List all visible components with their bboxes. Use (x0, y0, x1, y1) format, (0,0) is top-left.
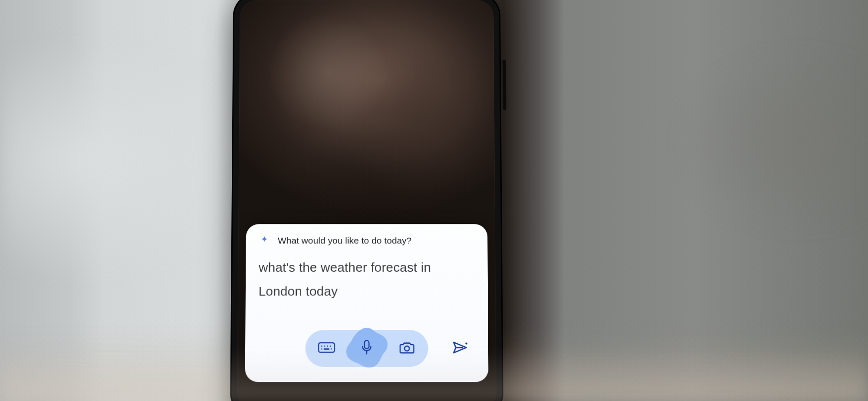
assistant-transcript: what's the weather forecast in London to… (259, 256, 475, 303)
svg-point-2 (324, 345, 325, 347)
phone-frame: What would you like to do today? what's … (230, 0, 503, 401)
send-icon (452, 340, 469, 357)
camera-icon (399, 341, 415, 356)
svg-rect-6 (324, 348, 329, 350)
background-scene: What would you like to do today? what's … (0, 0, 868, 401)
svg-point-3 (327, 345, 328, 347)
keyboard-icon (318, 342, 335, 355)
svg-point-7 (331, 348, 332, 350)
phone-screen: What would you like to do today? what's … (237, 0, 496, 401)
keyboard-button[interactable] (312, 334, 341, 362)
svg-rect-8 (365, 341, 369, 349)
input-mode-pill (305, 330, 428, 367)
svg-point-5 (321, 348, 322, 350)
svg-point-1 (321, 345, 322, 347)
send-button[interactable] (448, 336, 473, 361)
svg-rect-0 (319, 343, 335, 352)
assistant-header: What would you like to do today? (259, 235, 474, 246)
assistant-card: What would you like to do today? what's … (245, 224, 489, 382)
camera-button[interactable] (393, 334, 421, 362)
microphone-button[interactable] (344, 326, 389, 371)
assistant-action-row (258, 327, 476, 370)
assistant-prompt: What would you like to do today? (278, 236, 411, 246)
sparkle-icon (259, 235, 270, 246)
microphone-icon (361, 340, 372, 357)
svg-point-10 (404, 346, 409, 351)
svg-point-4 (330, 345, 331, 347)
